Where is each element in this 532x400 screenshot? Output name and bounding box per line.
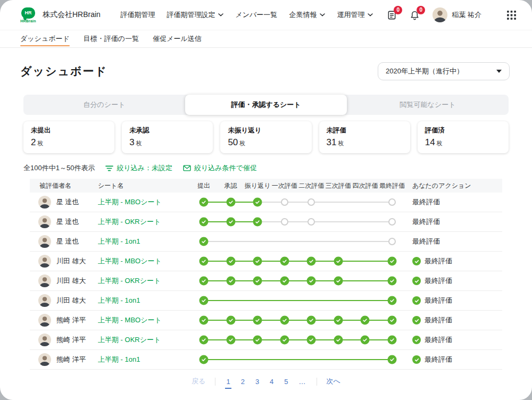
sheet-link[interactable]: 上半期 - MBOシート <box>98 256 162 266</box>
company-name: 株式会社HRBrain <box>43 10 101 20</box>
hrbrain-logo: HR HRBrain <box>19 7 37 23</box>
remind-link-label: 絞り込み条件で催促 <box>194 163 257 173</box>
result-count: 全100件中1～50件表示 <box>23 163 95 173</box>
column-header-name: 被評価者名 <box>39 181 71 190</box>
stat-card: 未評価 31枚 <box>319 121 410 153</box>
pagination-divider <box>317 378 317 386</box>
page-number[interactable]: 3 <box>254 378 260 386</box>
stat-card: 未提出 2枚 <box>23 121 114 153</box>
filter-link[interactable]: 絞り込み：未設定 <box>105 163 172 173</box>
header-nav-item[interactable]: 評価期管理 <box>120 10 155 20</box>
page-title: ダッシュボード <box>20 64 107 79</box>
progress-track <box>204 193 392 212</box>
avatar <box>38 274 51 287</box>
period-select[interactable]: 2020年上半期（進行中） <box>378 62 510 80</box>
your-action-cell: 最終評価 <box>412 276 452 286</box>
user-menu[interactable]: 稲葉 祐介 <box>433 7 481 22</box>
step-done-icon <box>200 257 209 266</box>
pagination: 戻る 12345… 次へ <box>0 370 532 393</box>
bell-icon[interactable]: 0 <box>410 10 420 20</box>
your-action-cell: 最終評価 <box>412 296 452 305</box>
sheet-link[interactable]: 上半期 - MBOシート <box>98 315 162 325</box>
header-icons: 0 0 稲葉 祐介 <box>387 7 516 22</box>
page-number[interactable]: 1 <box>225 378 231 386</box>
remind-link[interactable]: 絞り込み条件で催促 <box>183 163 257 173</box>
header-nav-item[interactable]: 評価期管理設定 <box>167 10 223 20</box>
memo-icon[interactable]: 0 <box>387 10 397 20</box>
progress-line-done <box>204 300 392 301</box>
action-label: 最終評価 <box>412 217 440 227</box>
step-done-icon <box>253 316 262 325</box>
progress-track <box>204 212 392 231</box>
subnav-item[interactable]: ダッシュボード <box>20 30 70 47</box>
check-icon <box>412 296 421 305</box>
page-number[interactable]: 5 <box>283 378 289 386</box>
table-row: 熊崎 洋平 上半期 - 1on1 最終評価 <box>30 350 502 370</box>
table-row: 熊崎 洋平 上半期 - OKRシート 最終評価 <box>30 330 502 350</box>
step-pending-icon <box>388 218 396 226</box>
sheet-link[interactable]: 上半期 - 1on1 <box>98 355 140 364</box>
avatar <box>38 353 51 366</box>
step-done-icon <box>361 336 370 345</box>
step-done-icon <box>226 336 235 345</box>
sheet-link[interactable]: 上半期 - OKRシート <box>98 276 161 286</box>
sheet-link[interactable]: 上半期 - OKRシート <box>98 217 161 227</box>
prev-page-button[interactable]: 戻る <box>192 377 205 386</box>
step-done-icon <box>253 257 262 266</box>
step-done-icon <box>388 316 397 325</box>
step-done-icon <box>226 218 235 227</box>
step-pending-icon <box>281 198 288 206</box>
stat-unit: 枚 <box>437 140 443 146</box>
column-header-step: 提出 <box>197 181 210 190</box>
column-header-step: 二次評価 <box>298 181 324 190</box>
step-done-icon <box>200 198 209 207</box>
tab[interactable]: 自分のシート <box>23 95 185 115</box>
sheet-link[interactable]: 上半期 - 1on1 <box>98 237 140 246</box>
bell-badge: 0 <box>417 6 425 14</box>
chevron-down-icon <box>320 13 325 16</box>
tab[interactable]: 評価・承認するシート <box>185 95 347 115</box>
step-done-icon <box>226 316 235 325</box>
sheet-link[interactable]: 上半期 - OKRシート <box>98 335 161 345</box>
user-avatar <box>433 7 447 22</box>
page-number[interactable]: 4 <box>269 378 275 386</box>
next-page-button[interactable]: 次へ <box>327 377 340 386</box>
subnav-item[interactable]: 催促メール送信 <box>153 30 202 47</box>
stat-unit: 枚 <box>338 140 344 146</box>
pagination-divider <box>215 378 215 386</box>
check-icon <box>412 316 421 324</box>
your-action-cell: 最終評価 <box>412 217 440 227</box>
header-nav-item[interactable]: 企業情報 <box>289 10 325 20</box>
page-number[interactable]: 2 <box>240 378 246 386</box>
evaluatee-name: 川田 雄大 <box>56 296 86 305</box>
your-action-cell: 最終評価 <box>412 197 440 207</box>
your-action-cell: 最終評価 <box>412 355 452 364</box>
stat-number: 50 <box>228 137 238 147</box>
sheet-link[interactable]: 上半期 - 1on1 <box>98 296 140 305</box>
sheet-link[interactable]: 上半期 - MBOシート <box>98 197 162 207</box>
table-body: 星 達也 上半期 - MBOシート 最終評価 星 達也 上半期 - OKRシート… <box>30 193 502 370</box>
toolbar: 全100件中1～50件表示 絞り込み：未設定 絞り込み条件で催促 <box>23 163 509 173</box>
step-done-icon <box>200 277 209 286</box>
header-nav-item[interactable]: 運用管理 <box>337 10 373 20</box>
step-done-icon <box>307 316 316 325</box>
action-label: 最終評価 <box>425 315 452 325</box>
grid-icon[interactable] <box>507 11 516 20</box>
action-label: 最終評価 <box>425 335 452 345</box>
sheet-tabs: 自分のシート評価・承認するシート閲覧可能なシート <box>23 95 509 115</box>
subnav: ダッシュボード目標・評価の一覧催促メール送信 <box>0 30 532 48</box>
subnav-item[interactable]: 目標・評価の一覧 <box>84 30 139 47</box>
evaluatee-name: 星 達也 <box>56 197 79 207</box>
stat-label: 未提出 <box>31 126 107 135</box>
action-label: 最終評価 <box>425 355 452 364</box>
stat-label: 評価済 <box>425 126 501 135</box>
tab[interactable]: 閲覧可能なシート <box>347 95 509 115</box>
subnav-item-label: ダッシュボード <box>20 34 70 44</box>
evaluatee-name: 熊崎 洋平 <box>56 315 86 325</box>
table-row: 川田 雄大 上半期 - OKRシート 最終評価 <box>30 271 502 291</box>
user-name: 稲葉 祐介 <box>452 10 481 20</box>
mail-icon <box>183 165 191 171</box>
stat-number: 31 <box>327 137 337 147</box>
header-nav-item[interactable]: メンバー一覧 <box>235 10 277 20</box>
step-done-icon <box>307 257 316 266</box>
